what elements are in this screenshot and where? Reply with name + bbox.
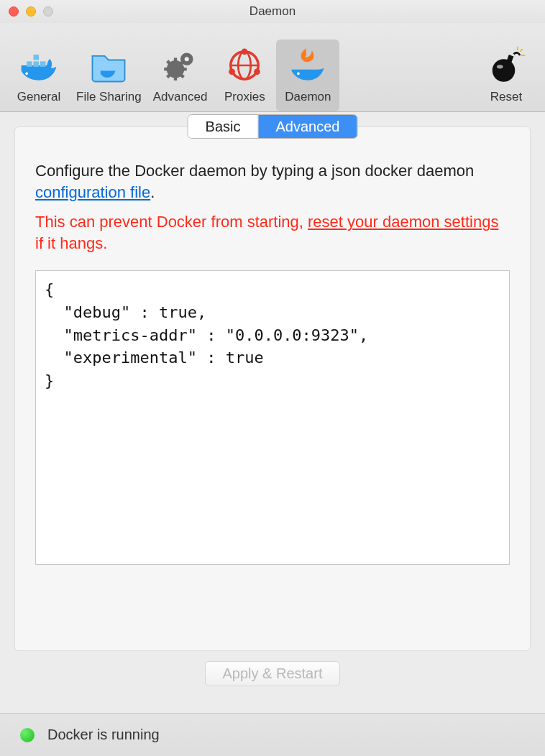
tab-advanced[interactable]: Advanced — [147, 40, 214, 111]
segment-basic[interactable]: Basic — [188, 115, 259, 138]
status-indicator-icon — [20, 728, 35, 742]
tab-file-sharing[interactable]: File Sharing — [70, 40, 147, 111]
tab-label: Proxies — [224, 90, 265, 104]
warning-prefix: This can prevent Docker from starting, — [35, 213, 308, 231]
preferences-toolbar: General File Sharing — [0, 23, 545, 112]
folder-whale-icon — [86, 42, 132, 88]
whale-icon — [16, 42, 62, 88]
segmented-control: Basic Advanced — [188, 114, 358, 139]
status-bar: Docker is running — [0, 713, 545, 756]
svg-point-18 — [254, 68, 260, 75]
tab-label: Reset — [490, 90, 522, 104]
configuration-file-link[interactable]: configuration file — [35, 183, 150, 201]
minimize-icon[interactable] — [26, 6, 36, 17]
svg-rect-0 — [27, 61, 32, 67]
close-icon[interactable] — [9, 6, 19, 17]
tab-proxies[interactable]: Proxies — [213, 40, 276, 111]
titlebar: Daemon — [0, 0, 545, 23]
window-controls — [0, 6, 53, 17]
svg-rect-21 — [506, 55, 513, 63]
window-title: Daemon — [0, 4, 545, 19]
bomb-icon — [483, 42, 529, 88]
svg-line-22 — [520, 49, 523, 52]
status-text: Docker is running — [47, 727, 160, 743]
apply-restart-button[interactable]: Apply & Restart — [205, 661, 341, 686]
description-text: Configure the Docker daemon by typing a … — [35, 160, 510, 203]
tab-label: Daemon — [285, 90, 331, 104]
segment-advanced[interactable]: Advanced — [258, 115, 357, 138]
description-prefix: Configure the Docker daemon by typing a … — [35, 162, 474, 180]
tab-daemon[interactable]: Daemon — [276, 40, 339, 111]
zoom-icon[interactable] — [43, 6, 53, 17]
svg-rect-3 — [34, 55, 40, 60]
warning-text: This can prevent Docker from starting, r… — [35, 211, 510, 254]
whale-flame-icon — [285, 42, 331, 88]
svg-rect-1 — [34, 61, 40, 67]
daemon-json-editor[interactable] — [35, 270, 510, 565]
description-suffix: . — [150, 183, 155, 201]
tab-general[interactable]: General — [7, 40, 70, 111]
svg-point-17 — [229, 68, 235, 75]
network-icon — [221, 42, 267, 88]
svg-point-16 — [242, 48, 248, 55]
tab-label: General — [17, 90, 60, 104]
tab-reset[interactable]: Reset — [475, 40, 538, 111]
reset-daemon-link[interactable]: reset your daemon settings — [308, 213, 498, 231]
daemon-panel: Basic Advanced Configure the Docker daem… — [14, 126, 531, 651]
tab-label: File Sharing — [76, 90, 142, 104]
tab-label: Advanced — [153, 90, 208, 104]
svg-point-8 — [184, 57, 188, 61]
svg-point-19 — [297, 72, 300, 75]
svg-point-25 — [497, 65, 503, 68]
warning-suffix: if it hangs. — [35, 234, 107, 252]
gears-icon — [157, 42, 203, 88]
svg-rect-2 — [40, 61, 46, 67]
svg-point-4 — [25, 72, 28, 75]
svg-point-20 — [493, 59, 516, 82]
